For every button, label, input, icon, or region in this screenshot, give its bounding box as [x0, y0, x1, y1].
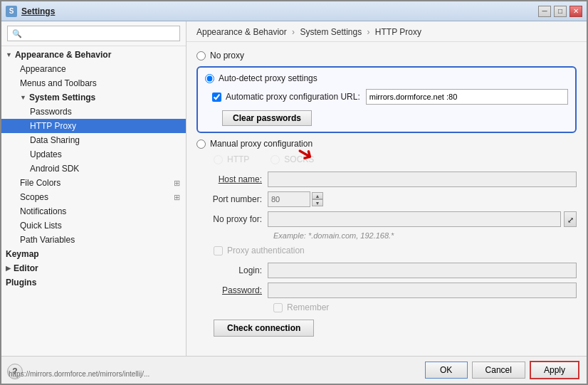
maximize-button[interactable]: □: [554, 6, 567, 17]
close-button[interactable]: ✕: [569, 6, 582, 17]
sidebar-item-file-colors[interactable]: File Colors ⊞: [1, 176, 186, 190]
port-spinner: ▲ ▼: [312, 192, 323, 206]
breadcrumb-part3: HTTP Proxy: [375, 27, 421, 37]
no-proxy-label[interactable]: No proxy: [196, 51, 577, 60]
password-field[interactable]: [268, 283, 577, 298]
bottom-bar: ? https://mirrors.dormforce.net/mirrors/…: [1, 356, 587, 384]
window-controls: ─ □ ✕: [538, 6, 582, 17]
auto-detect-box: Auto-detect proxy settings Automatic pro…: [196, 66, 577, 133]
port-up-button[interactable]: ▲: [312, 192, 323, 199]
sidebar-item-updates[interactable]: Updates: [1, 147, 186, 162]
expand-button[interactable]: ⤢: [564, 211, 577, 227]
auto-detect-inner: Automatic proxy configuration URL:: [205, 89, 568, 105]
sidebar-item-appearance[interactable]: Appearance: [1, 62, 186, 76]
proxy-type-row: HTTP SOCKS: [214, 154, 577, 164]
search-field-wrapper[interactable]: 🔍: [7, 26, 180, 41]
sidebar-item-notifications[interactable]: Notifications: [1, 204, 186, 218]
proxy-url-field[interactable]: [366, 89, 568, 105]
sidebar-item-http-proxy[interactable]: HTTP Proxy: [1, 119, 186, 133]
cancel-button[interactable]: Cancel: [472, 362, 525, 379]
panel-content: ➜ No proxy Auto-detect proxy settings: [187, 42, 587, 356]
sidebar-item-system-settings[interactable]: ▼ System Settings: [1, 90, 186, 105]
sidebar: 🔍 ▼ Appearance & Behavior Appearance Men…: [1, 21, 187, 356]
port-down-button[interactable]: ▼: [312, 199, 323, 206]
login-label: Login:: [196, 265, 268, 275]
sidebar-label: Appearance & Behavior: [15, 50, 111, 60]
expand-arrow: ▶: [6, 265, 11, 272]
sidebar-item-menus-toolbars[interactable]: Menus and Toolbars: [1, 76, 186, 90]
password-row: Password:: [196, 283, 577, 298]
clear-passwords-button[interactable]: Clear passwords: [222, 110, 312, 126]
proxy-auth-label: Proxy authentication: [227, 246, 305, 255]
breadcrumb-part1: Appearance & Behavior: [196, 27, 287, 37]
breadcrumb-part2: System Settings: [300, 27, 362, 37]
expand-arrow: ▼: [20, 94, 26, 101]
status-url: https://mirrors.dormforce.net/mirrors/in…: [9, 370, 149, 378]
password-label: Password:: [196, 285, 268, 295]
content-area: 🔍 ▼ Appearance & Behavior Appearance Men…: [1, 21, 587, 356]
port-label: Port number:: [196, 194, 268, 204]
example-text: Example: *.domain.com, 192.168.*: [273, 231, 577, 240]
search-icon-wrapper: 🔍: [12, 29, 22, 38]
search-icon: 🔍: [12, 29, 22, 38]
scopes-icon: ⊞: [174, 193, 180, 202]
auto-detect-radio[interactable]: [205, 74, 214, 83]
manual-proxy-label[interactable]: Manual proxy configuration: [196, 139, 577, 149]
sidebar-item-android-sdk[interactable]: Android SDK: [1, 162, 186, 176]
sidebar-tree: ▼ Appearance & Behavior Appearance Menus…: [1, 46, 186, 291]
no-proxy-field[interactable]: [268, 211, 561, 227]
minimize-button[interactable]: ─: [538, 6, 551, 17]
apply-button[interactable]: Apply: [530, 361, 579, 379]
no-proxy-group: No proxy: [196, 51, 577, 60]
ok-button[interactable]: OK: [425, 362, 468, 379]
socks-radio-label[interactable]: SOCKS: [271, 154, 314, 164]
host-label: Host name:: [196, 174, 268, 184]
sidebar-item-data-sharing[interactable]: Data Sharing: [1, 133, 186, 147]
remember-checkbox[interactable]: [273, 303, 283, 312]
host-field[interactable]: [268, 172, 577, 187]
breadcrumb-sep2: ›: [367, 27, 369, 37]
remember-label: Remember: [287, 302, 329, 312]
auto-detect-label[interactable]: Auto-detect proxy settings: [205, 73, 568, 83]
search-box[interactable]: 🔍: [1, 21, 186, 46]
sidebar-item-appearance-behavior[interactable]: ▼ Appearance & Behavior: [1, 48, 186, 62]
window-title: Settings: [21, 6, 538, 16]
sidebar-item-passwords[interactable]: Passwords: [1, 105, 186, 119]
breadcrumb-sep1: ›: [292, 27, 295, 37]
port-field[interactable]: [268, 191, 310, 207]
no-proxy-radio[interactable]: [196, 51, 206, 60]
sidebar-item-path-variables[interactable]: Path Variables: [1, 233, 186, 247]
http-radio-label[interactable]: HTTP: [214, 154, 249, 164]
sidebar-item-plugins[interactable]: Plugins: [1, 275, 186, 290]
no-proxy-for-row: No proxy for: ⤢: [196, 211, 577, 227]
expand-arrow: ▼: [6, 51, 12, 58]
main-panel: Appearance & Behavior › System Settings …: [187, 21, 587, 356]
sidebar-item-editor[interactable]: ▶ Editor: [1, 261, 186, 275]
sidebar-item-scopes[interactable]: Scopes ⊞: [1, 190, 186, 204]
no-proxy-field-wrap: ⤢: [268, 211, 577, 227]
manual-proxy-radio[interactable]: [196, 139, 206, 149]
proxy-auth-row: Proxy authentication: [214, 246, 577, 255]
no-proxy-for-label: No proxy for:: [196, 214, 268, 224]
settings-window: S Settings ─ □ ✕ 🔍 ▼ Appearance &: [0, 0, 588, 385]
title-bar: S Settings ─ □ ✕: [1, 1, 587, 21]
auto-config-checkbox[interactable]: [212, 93, 221, 102]
check-connection-button[interactable]: Check connection: [214, 320, 314, 337]
port-row: Port number: ▲ ▼: [196, 191, 577, 207]
file-colors-icon: ⊞: [174, 179, 180, 188]
http-radio[interactable]: [214, 155, 223, 164]
login-row: Login:: [196, 263, 577, 278]
window-icon: S: [6, 6, 17, 17]
auto-config-label[interactable]: Automatic proxy configuration URL:: [212, 92, 360, 102]
breadcrumb: Appearance & Behavior › System Settings …: [187, 21, 587, 42]
sidebar-item-quick-lists[interactable]: Quick Lists: [1, 218, 186, 233]
sidebar-item-keymap[interactable]: Keymap: [1, 247, 186, 261]
host-row: Host name:: [196, 172, 577, 187]
clear-passwords-row: Clear passwords: [205, 105, 568, 126]
socks-radio[interactable]: [271, 155, 280, 164]
proxy-auth-checkbox[interactable]: [214, 246, 223, 255]
login-field[interactable]: [268, 263, 577, 278]
remember-row: Remember: [273, 302, 577, 312]
